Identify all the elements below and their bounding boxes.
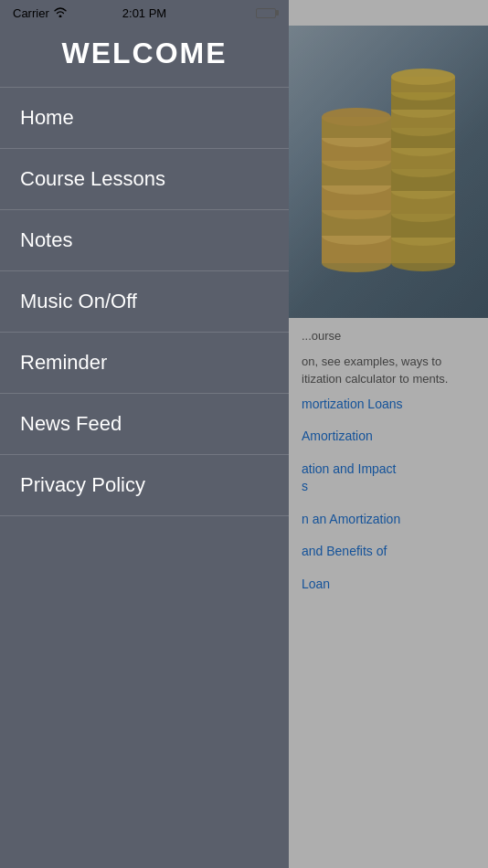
nav-item-home-label: Home [20, 106, 74, 130]
nav-item-music-label: Music On/Off [20, 290, 137, 313]
dim-overlay [289, 0, 488, 868]
status-bar: Carrier 2:01 PM [0, 0, 289, 26]
nav-item-home[interactable]: Home [0, 87, 289, 148]
drawer-title: WELCOME [18, 37, 271, 70]
nav-item-reminder-label: Reminder [20, 351, 107, 375]
status-time: 2:01 PM [122, 6, 166, 20]
drawer-nav: Home Course Lessons Notes Music On/Off R… [0, 87, 289, 868]
nav-item-course-lessons-label: Course Lessons [20, 167, 165, 191]
status-right [256, 8, 276, 18]
nav-item-privacy-policy[interactable]: Privacy Policy [0, 454, 289, 516]
nav-item-notes[interactable]: Notes [0, 209, 289, 270]
nav-item-course-lessons[interactable]: Course Lessons [0, 148, 289, 209]
nav-item-notes-label: Notes [20, 228, 72, 252]
nav-item-news-feed[interactable]: News Feed [0, 393, 289, 454]
battery-icon [256, 8, 276, 18]
nav-item-reminder[interactable]: Reminder [0, 332, 289, 393]
carrier-label: Carrier [13, 6, 49, 20]
drawer: Carrier 2:01 PM WELCOME Home Course Less… [0, 0, 289, 868]
nav-item-music[interactable]: Music On/Off [0, 270, 289, 332]
wifi-icon [54, 6, 67, 20]
status-left: Carrier [13, 6, 67, 20]
nav-item-privacy-policy-label: Privacy Policy [20, 473, 145, 497]
nav-item-news-feed-label: News Feed [20, 412, 122, 436]
